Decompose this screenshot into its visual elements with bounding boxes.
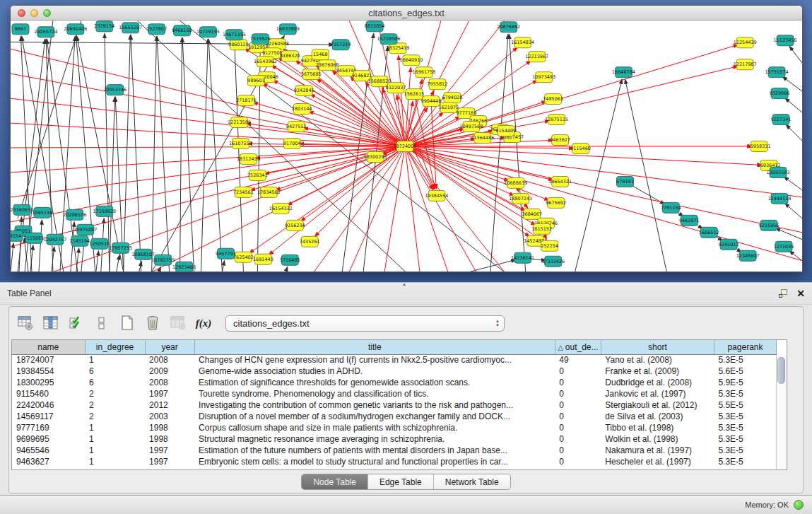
- graph-node[interactable]: 1815152: [531, 223, 552, 234]
- graph-node[interactable]: 1271035: [774, 241, 794, 252]
- table-cell[interactable]: 0: [555, 399, 601, 411]
- table-cell[interactable]: Wolkin et al. (1998): [601, 433, 714, 445]
- graph-node[interactable]: 7234561: [233, 187, 254, 197]
- table-row[interactable]: 946554611997Estimation of the future num…: [12, 445, 777, 456]
- graph-node[interactable]: 9242845: [294, 86, 314, 96]
- panel-splitter-handle[interactable]: ▴: [403, 282, 406, 286]
- graph-node[interactable]: 18312433: [237, 153, 260, 164]
- graph-node[interactable]: 9115460: [570, 144, 591, 154]
- graph-node[interactable]: 18300295: [364, 151, 387, 162]
- graph-node[interactable]: 23053346: [103, 85, 126, 95]
- table-cell[interactable]: 1: [85, 354, 145, 366]
- graph-node[interactable]: 1562615: [404, 89, 425, 100]
- table-cell[interactable]: 9115460: [12, 388, 85, 399]
- graph-node[interactable]: 15218506: [377, 34, 401, 45]
- table-cell[interactable]: Structural magnetic resonance image aver…: [194, 433, 555, 445]
- table-cell[interactable]: 1: [85, 422, 145, 433]
- graph-node[interactable]: 2718176: [236, 95, 257, 106]
- table-row[interactable]: 2242004622012Investigating the contribut…: [12, 399, 777, 411]
- graph-node[interactable]: 8466160: [172, 25, 192, 36]
- graph-node[interactable]: 9860125: [228, 40, 249, 50]
- graph-node[interactable]: 10655287: [119, 23, 142, 33]
- graph-node[interactable]: 1595139: [33, 207, 53, 218]
- graph-node[interactable]: 11254439: [734, 37, 757, 48]
- graph-node[interactable]: 12975115: [545, 115, 568, 125]
- table-cell[interactable]: Tibbo et al. (1998): [601, 422, 714, 433]
- table-cell[interactable]: 1: [85, 456, 145, 467]
- table-cell[interactable]: Dudbridge et al. (2008): [601, 377, 714, 388]
- table-cell[interactable]: 49: [555, 354, 601, 366]
- table-cell[interactable]: 1997: [145, 388, 194, 399]
- table-settings-icon[interactable]: [16, 314, 35, 332]
- graph-node[interactable]: 20876862: [497, 22, 520, 33]
- graph-node[interactable]: 2339154: [94, 21, 114, 32]
- table-cell[interactable]: 22420046: [12, 399, 85, 411]
- table-cell[interactable]: 2003: [145, 411, 194, 422]
- table-cell[interactable]: 2008: [145, 377, 194, 388]
- table-cell[interactable]: 0: [555, 456, 601, 467]
- graph-node[interactable]: 2803144: [292, 104, 312, 115]
- table-cell[interactable]: 1997: [145, 445, 194, 456]
- table-cell[interactable]: 2012: [145, 399, 194, 411]
- graph-node[interactable]: 5716485: [280, 255, 300, 265]
- table-cell[interactable]: 1: [85, 445, 145, 456]
- graph-node[interactable]: 16782759: [151, 255, 175, 265]
- table-cell[interactable]: 5.9E-5: [714, 377, 776, 388]
- table-row[interactable]: 1456911722003Disruption of a novel membe…: [12, 411, 777, 422]
- graph-node[interactable]: 15468: [312, 49, 329, 60]
- float-panel-icon[interactable]: [779, 289, 788, 298]
- graph-node[interactable]: 679191: [616, 176, 634, 187]
- graph-node[interactable]: 9329966: [770, 88, 790, 99]
- graph-node[interactable]: 1691443: [253, 254, 273, 264]
- graph-node[interactable]: 16107553: [229, 139, 252, 149]
- graph-node[interactable]: 10688639: [504, 177, 527, 188]
- graph-node[interactable]: 23676068: [316, 60, 339, 71]
- table-row[interactable]: 1872400712008Changes of HCN gene express…: [12, 354, 777, 366]
- graph-node[interactable]: 3675685: [301, 69, 322, 80]
- graph-node[interactable]: 25160650: [11, 204, 33, 215]
- table-cell[interactable]: 2: [85, 399, 145, 411]
- function-builder-icon[interactable]: f(x): [194, 314, 213, 332]
- scrollbar-thumb[interactable]: [777, 357, 785, 384]
- graph-node[interactable]: 917004: [283, 139, 301, 149]
- table-cell[interactable]: Estimation of significance thresholds fo…: [194, 377, 555, 388]
- table-cell[interactable]: Tourette syndrome. Phenomenology and cla…: [194, 388, 555, 399]
- vertical-scrollbar[interactable]: [776, 355, 787, 469]
- table-cell[interactable]: 0: [555, 422, 601, 433]
- window-titlebar[interactable]: citations_edges.txt: [11, 6, 802, 21]
- table-cell[interactable]: 14569117: [12, 411, 85, 422]
- graph-node[interactable]: 12217987: [734, 59, 757, 70]
- graph-node[interactable]: 12345607: [736, 250, 760, 261]
- table-cell[interactable]: Investigating the contribution of common…: [194, 399, 555, 411]
- table-cell[interactable]: 2008: [145, 354, 194, 366]
- graph-node[interactable]: 1115681: [24, 233, 45, 243]
- graph-node[interactable]: 9867: [12, 24, 29, 35]
- graph-node[interactable]: 10975887: [73, 224, 97, 235]
- graph-node[interactable]: 10497568: [459, 122, 483, 132]
- graph-node[interactable]: 8813054: [365, 21, 385, 32]
- column-header-short[interactable]: short: [601, 340, 714, 354]
- graph-node[interactable]: 7526341: [247, 170, 268, 180]
- new-table-icon[interactable]: [118, 314, 136, 332]
- graph-node[interactable]: 7791234: [661, 202, 681, 213]
- tab-edge-table[interactable]: Edge Table: [368, 474, 434, 489]
- choose-columns-icon[interactable]: [42, 314, 60, 332]
- graph-node[interactable]: 17834562: [257, 187, 281, 197]
- graph-node[interactable]: 18807243: [509, 193, 532, 204]
- table-cell[interactable]: Embryonic stem cells: a model to study s…: [194, 456, 555, 467]
- graph-node[interactable]: 20206576: [63, 209, 86, 220]
- graph-node[interactable]: 12923468: [172, 262, 196, 272]
- graph-node[interactable]: 16154332: [269, 203, 293, 214]
- table-cell[interactable]: 18724007: [12, 354, 85, 366]
- deselect-rows-icon[interactable]: [93, 314, 111, 332]
- network-canvas[interactable]: 1872400798601255912954222605889127508165…: [11, 21, 802, 272]
- graph-node[interactable]: 8322037: [386, 83, 406, 93]
- table-cell[interactable]: 6: [85, 377, 145, 388]
- table-row[interactable]: 911546021997Tourette syndrome. Phenomeno…: [12, 388, 777, 399]
- graph-node[interactable]: 252254: [541, 240, 558, 251]
- graph-node[interactable]: 7435261: [300, 236, 320, 247]
- graph-node[interactable]: 1621075: [438, 103, 459, 113]
- graph-node[interactable]: 12042757: [43, 234, 66, 245]
- table-row[interactable]: 946362711997Embryonic stem cells: a mode…: [12, 456, 777, 467]
- graph-node[interactable]: 19384554: [425, 190, 448, 201]
